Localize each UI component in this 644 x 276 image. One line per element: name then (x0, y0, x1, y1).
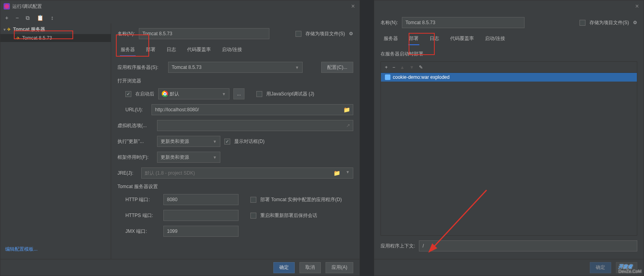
name-label: 名称(N): (381, 19, 398, 26)
edit-template-link[interactable]: 编辑配置模板... (5, 246, 38, 253)
after-launch-checkbox[interactable] (125, 91, 131, 97)
vm-options-label: 虚拟机选项(... (117, 122, 153, 129)
caret-down-icon: ▼ (295, 65, 299, 70)
down-button[interactable]: ▼ (409, 65, 414, 70)
http-port-label: HTTP 端口: (125, 196, 159, 203)
tab-startup[interactable]: 启动/连接 (221, 44, 243, 56)
name-input[interactable] (402, 17, 525, 28)
tab-startup[interactable]: 启动/连接 (484, 33, 506, 45)
tomcat-icon: ✈ (7, 27, 11, 32)
watermark-main: 开发者 (618, 264, 633, 269)
tab-coverage[interactable]: 代码覆盖率 (186, 44, 212, 56)
run-config-dialog-right: × 名称(N): 存储为项目文件(S) ⚙ 服务器 部署 日志 代码覆盖率 启动… (374, 0, 644, 276)
tabs: 服务器 部署 日志 代码覆盖率 启动/连接 (120, 44, 353, 56)
store-as-file-label: 存储为项目文件(S) (589, 19, 629, 26)
tomcat-icon: ✈ (16, 36, 20, 41)
artifact-icon (385, 74, 390, 80)
tomcat-settings-label: Tomcat 服务器设置 (117, 183, 353, 190)
ok-button[interactable]: 确定 (590, 262, 611, 273)
http-port-input[interactable] (163, 194, 239, 205)
tab-coverage[interactable]: 代码覆盖率 (449, 33, 475, 45)
tree-item-label: Tomcat 8.5.73 (22, 35, 52, 41)
add-button[interactable]: + (385, 65, 388, 70)
config-toolbar: + − ⧉ 📋 ↕ (0, 12, 360, 23)
ok-button[interactable]: 确定 (273, 262, 295, 273)
tab-deploy[interactable]: 部署 (145, 44, 156, 56)
name-label: 名称(N): (117, 30, 135, 37)
deploy-instance-checkbox[interactable] (250, 197, 256, 203)
js-debugger-checkbox[interactable] (256, 91, 262, 97)
jre-select[interactable]: 默认 (1.8 - project SDK) 📁▼ (141, 168, 353, 179)
close-icon[interactable]: × (350, 3, 356, 10)
artifact-item[interactable]: cookie-demo:war exploded (381, 73, 637, 82)
app-icon (4, 3, 10, 10)
jmx-port-label: JMX 端口: (125, 228, 159, 235)
on-update-label: 执行"更新"... (117, 138, 153, 145)
on-frame-label: 框架停用时(F): (117, 154, 153, 161)
edit-button[interactable]: ✎ (419, 65, 423, 70)
remove-button[interactable]: − (392, 65, 395, 70)
on-update-value: 更新类和资源 (161, 138, 189, 145)
jmx-port-input[interactable] (163, 226, 239, 237)
tab-server[interactable]: 服务器 (383, 33, 399, 45)
jre-value: 默认 (1.8 - project SDK) (145, 170, 195, 177)
titlebar: 运行/调试配置 × (0, 0, 360, 12)
show-dialog-label: 显示对话框(D) (234, 138, 265, 145)
tree-group-tomcat[interactable]: ▾ ✈ Tomcat 服务器 (0, 25, 111, 34)
preserve-sessions-checkbox[interactable] (250, 213, 256, 219)
tab-logs[interactable]: 日志 (166, 44, 177, 56)
copy-button[interactable]: ⧉ (24, 14, 31, 22)
js-debugger-label: 用JavaScript调试器 (J) (266, 91, 314, 97)
on-update-select[interactable]: 更新类和资源 ▼ (157, 136, 220, 147)
preserve-sessions-label: 重启和重新部署后保持会话 (260, 212, 317, 219)
remove-button[interactable]: − (14, 14, 20, 22)
deploy-on-start-label: 在服务器启动时部署 (381, 51, 637, 57)
run-config-dialog-left: 运行/调试配置 × + − ⧉ 📋 ↕ ▾ ✈ Tomcat 服务器 ✈ Tom… (0, 0, 360, 276)
watermark: 开发者 DevZe.CoM (618, 261, 642, 274)
body-split: ▾ ✈ Tomcat 服务器 ✈ Tomcat 8.5.73 名称(N): 存储… (0, 23, 360, 259)
gear-icon[interactable]: ⚙ (349, 31, 353, 36)
cancel-button[interactable]: 取消 (299, 262, 321, 273)
browser-more-button[interactable]: ... (233, 88, 244, 99)
expand-icon[interactable]: ↗ (346, 123, 350, 128)
store-as-file-checkbox[interactable] (295, 31, 301, 37)
https-port-input[interactable] (163, 210, 239, 221)
configure-button[interactable]: 配置(C)... (321, 62, 353, 73)
chevron-down-icon: ▾ (4, 27, 6, 32)
vm-options-input[interactable] (157, 120, 353, 131)
apply-button[interactable]: 应用(A) (326, 262, 353, 273)
browser-select[interactable]: 默认 ▼ (158, 88, 229, 99)
on-frame-select[interactable]: 更新类和资源 ▼ (157, 152, 220, 163)
dialog-title: 运行/调试配置 (12, 3, 350, 10)
url-input[interactable] (152, 104, 353, 115)
gear-icon[interactable]: ⚙ (633, 20, 637, 25)
name-input[interactable] (139, 28, 269, 39)
folder-icon[interactable]: 📁 (343, 107, 350, 113)
caret-down-icon: ▼ (222, 92, 226, 96)
save-button[interactable]: 📋 (35, 14, 45, 22)
jre-label: JRE(J): (117, 170, 137, 176)
deploy-list: + − ▲ ▼ ✎ cookie-demo:war exploded (381, 61, 637, 236)
tree-group-label: Tomcat 服务器 (13, 26, 45, 33)
context-input[interactable] (419, 240, 637, 251)
context-label: 应用程序上下文: (381, 243, 415, 249)
store-as-file-checkbox[interactable] (580, 20, 585, 26)
close-icon[interactable]: × (634, 3, 640, 10)
dialog-footer: 确定 取消 (374, 259, 644, 276)
up-button[interactable]: ▲ (400, 65, 405, 70)
show-dialog-checkbox[interactable] (224, 139, 230, 145)
tab-logs[interactable]: 日志 (429, 33, 440, 45)
app-server-value: Tomcat 8.5.73 (172, 65, 201, 70)
tab-deploy[interactable]: 部署 (408, 33, 419, 45)
https-port-label: HTTPS 端口: (125, 212, 159, 219)
caret-down-icon: ▼ (213, 139, 217, 144)
folder-icon[interactable]: 📁 (333, 170, 340, 176)
watermark-sub: DevZe.CoM (618, 269, 642, 274)
dialog-footer: 确定 取消 应用(A) (0, 259, 360, 276)
add-button[interactable]: + (4, 14, 10, 22)
tab-server[interactable]: 服务器 (120, 44, 136, 56)
sort-button[interactable]: ↕ (49, 14, 55, 22)
tree-item-tomcat[interactable]: ✈ Tomcat 8.5.73 (0, 34, 111, 42)
app-server-select[interactable]: Tomcat 8.5.73 ▼ (168, 62, 303, 73)
deploy-toolbar: + − ▲ ▼ ✎ (381, 62, 637, 73)
